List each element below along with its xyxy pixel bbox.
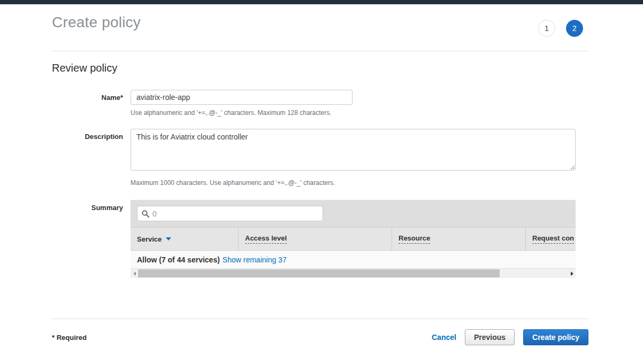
column-header-request-condition[interactable]: Request con xyxy=(526,228,576,250)
scrollbar-track[interactable] xyxy=(138,269,568,278)
search-icon xyxy=(142,210,149,218)
name-helper-text: Use alphanumeric and '+=,.@-_' character… xyxy=(131,109,583,117)
column-header-access-level[interactable]: Access level xyxy=(239,228,392,250)
column-header-resource[interactable]: Resource xyxy=(392,228,526,250)
footer-divider xyxy=(52,319,588,319)
policy-name-input[interactable] xyxy=(131,90,353,105)
policy-description-textarea[interactable]: This is for Aviatrix cloud controller xyxy=(131,129,576,171)
name-label: Name* xyxy=(52,90,131,117)
summary-search-input[interactable] xyxy=(152,210,318,218)
required-note: * Required xyxy=(52,334,87,342)
horizontal-scrollbar[interactable] xyxy=(131,269,576,278)
scroll-left-icon[interactable] xyxy=(131,269,138,278)
summary-row: Summary Service xyxy=(52,200,583,278)
wizard-step-1[interactable]: 1 xyxy=(538,20,555,37)
wizard-step-2[interactable]: 2 xyxy=(566,20,583,37)
summary-panel: Service Access level Resource Request co… xyxy=(131,200,576,278)
show-remaining-link[interactable]: Show remaining 37 xyxy=(223,255,287,264)
header-divider xyxy=(52,51,588,51)
summary-table-header: Service Access level Resource Request co… xyxy=(131,228,576,251)
create-policy-button[interactable]: Create policy xyxy=(523,329,588,345)
footer-bar: * Required Cancel Previous Create policy xyxy=(52,329,588,345)
description-label: Description xyxy=(52,129,131,187)
table-row-allow-services: Allow (7 of 44 services) Show remaining … xyxy=(131,251,576,269)
section-title: Review policy xyxy=(52,62,643,74)
summary-toolbar xyxy=(131,200,576,228)
wizard-steps: 1 2 xyxy=(538,20,583,37)
create-policy-page: Create policy 1 2 Review policy Name* Us… xyxy=(0,4,643,345)
sort-caret-down-icon xyxy=(166,237,171,241)
page-header: Create policy 1 2 xyxy=(0,4,643,51)
summary-label: Summary xyxy=(52,200,131,278)
description-row: Description This is for Aviatrix cloud c… xyxy=(52,129,583,187)
column-header-service[interactable]: Service xyxy=(131,228,239,250)
cancel-button[interactable]: Cancel xyxy=(432,333,456,342)
scroll-right-icon[interactable] xyxy=(568,269,576,278)
name-row: Name* Use alphanumeric and '+=,.@-_' cha… xyxy=(52,90,583,117)
footer-actions: Cancel Previous Create policy xyxy=(432,329,588,345)
console-topbar-edge xyxy=(0,0,643,4)
previous-button[interactable]: Previous xyxy=(465,329,515,345)
summary-search-box[interactable] xyxy=(137,206,323,221)
scrollbar-thumb[interactable] xyxy=(138,269,500,277)
description-helper-text: Maximum 1000 characters. Use alphanumeri… xyxy=(131,179,583,187)
allow-services-text: Allow (7 of 44 services) xyxy=(137,255,220,264)
